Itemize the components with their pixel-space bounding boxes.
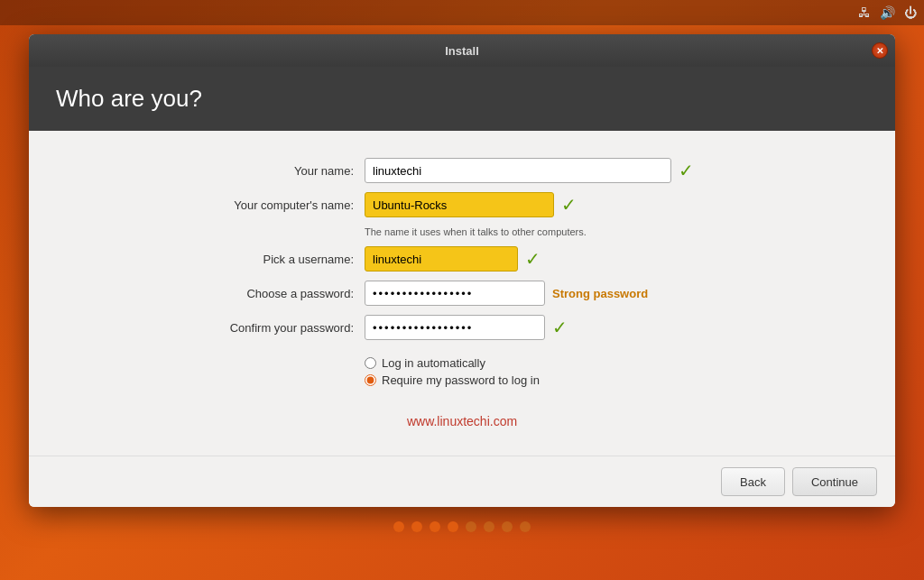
- computer-input[interactable]: [365, 192, 554, 217]
- dot-7: [502, 521, 513, 532]
- computer-label: Your computer's name:: [155, 198, 354, 212]
- username-input[interactable]: [365, 246, 518, 272]
- dot-4: [448, 521, 458, 532]
- password-strength-label: Strong password: [552, 287, 648, 300]
- password-login-label[interactable]: Require my password to log in: [365, 373, 540, 387]
- username-label: Pick a username:: [155, 253, 354, 266]
- dot-2: [411, 521, 422, 532]
- progress-dots: [393, 521, 531, 532]
- network-icon: 🖧: [858, 5, 871, 20]
- computer-hint: The name it uses when it talks to other …: [365, 226, 587, 237]
- website-link[interactable]: www.linuxtechi.com: [407, 414, 517, 428]
- password-row: Choose a password: Strong password: [155, 281, 769, 306]
- name-checkmark: ✓: [679, 160, 694, 181]
- password-input[interactable]: [365, 281, 545, 306]
- top-bar: 🖧 🔊 ⏻: [0, 0, 924, 25]
- install-window: Install Who are you? Your name: ✓ Your c…: [29, 34, 895, 507]
- auto-login-label[interactable]: Log in automatically: [365, 356, 485, 370]
- username-row: Pick a username: ✓: [155, 246, 769, 272]
- volume-icon: 🔊: [880, 5, 895, 20]
- dot-5: [466, 521, 476, 532]
- dot-3: [430, 521, 440, 532]
- power-icon: ⏻: [904, 5, 917, 20]
- continue-button[interactable]: Continue: [792, 467, 877, 496]
- website-row: www.linuxtechi.com: [29, 414, 895, 428]
- confirm-checkmark: ✓: [552, 317, 568, 338]
- auto-login-row: Log in automatically: [155, 356, 769, 370]
- window-footer: Back Continue: [29, 456, 895, 507]
- window-titlebar: Install: [29, 34, 895, 67]
- confirm-label: Confirm your password:: [155, 321, 354, 335]
- close-button[interactable]: [872, 42, 888, 59]
- password-login-row: Require my password to log in: [155, 373, 769, 387]
- page-title: Who are you?: [56, 85, 868, 113]
- password-label: Choose a password:: [155, 287, 354, 300]
- back-button[interactable]: Back: [721, 467, 785, 496]
- form-area: Your name: ✓ Your computer's name: ✓ The…: [29, 158, 895, 387]
- dot-1: [393, 521, 404, 532]
- confirm-input[interactable]: [365, 315, 545, 340]
- auto-login-radio[interactable]: [365, 357, 376, 369]
- name-row: Your name: ✓: [155, 158, 769, 183]
- page-header: Who are you?: [29, 67, 895, 131]
- name-label: Your name:: [155, 164, 354, 178]
- confirm-password-row: Confirm your password: ✓: [155, 315, 769, 340]
- login-options: Log in automatically Require my password…: [155, 356, 769, 387]
- computer-checkmark: ✓: [561, 194, 577, 216]
- dot-6: [484, 521, 494, 532]
- window-content: Your name: ✓ Your computer's name: ✓ The…: [29, 131, 895, 456]
- name-input[interactable]: [365, 158, 671, 183]
- password-login-radio[interactable]: [365, 374, 376, 386]
- window-title: Install: [445, 44, 479, 58]
- computer-hint-row: The name it uses when it talks to other …: [155, 226, 769, 237]
- dot-8: [520, 521, 531, 532]
- computer-name-row: Your computer's name: ✓: [155, 192, 769, 217]
- username-checkmark: ✓: [525, 248, 541, 270]
